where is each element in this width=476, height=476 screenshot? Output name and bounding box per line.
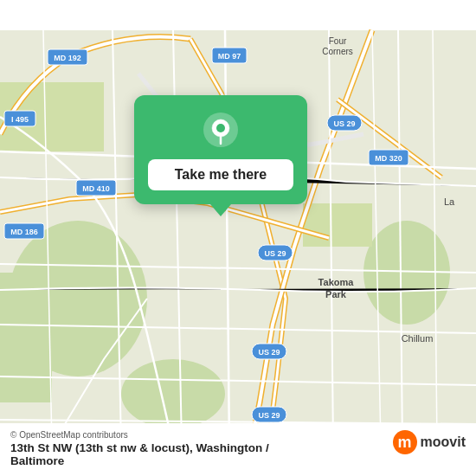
take-me-there-button[interactable]: Take me there <box>148 159 293 190</box>
address-line2: Baltimore <box>10 454 269 467</box>
map-container: MD 192 MD 97 Four Corners I 495 MD 390 U… <box>0 0 476 476</box>
svg-rect-2 <box>0 273 52 402</box>
svg-text:MD 97: MD 97 <box>218 52 241 61</box>
location-popup: Take me there <box>134 95 307 204</box>
svg-text:US 29: US 29 <box>258 348 280 357</box>
map-background: MD 192 MD 97 Four Corners I 495 MD 390 U… <box>0 0 476 476</box>
address-block: © OpenStreetMap contributors 13th St NW … <box>10 430 269 467</box>
svg-text:Corners: Corners <box>322 47 353 56</box>
svg-text:La: La <box>444 196 455 207</box>
svg-text:MD 320: MD 320 <box>375 154 402 163</box>
svg-text:US 29: US 29 <box>264 249 286 258</box>
svg-rect-6 <box>303 203 372 247</box>
svg-text:MD 186: MD 186 <box>10 228 38 236</box>
svg-text:MD 410: MD 410 <box>82 184 110 193</box>
bottom-bar: © OpenStreetMap contributors 13th St NW … <box>0 423 476 476</box>
svg-text:Chillum: Chillum <box>402 333 434 344</box>
address-line1: 13th St NW (13th st nw & locust), Washin… <box>10 441 269 454</box>
svg-text:MD 192: MD 192 <box>54 54 81 62</box>
svg-text:I 495: I 495 <box>11 115 29 124</box>
moovit-text: moovit <box>421 434 466 450</box>
location-pin-icon <box>202 111 240 149</box>
svg-text:Park: Park <box>325 289 347 299</box>
svg-text:Takoma: Takoma <box>318 277 355 287</box>
moovit-logo: m moovit <box>393 430 466 454</box>
svg-text:US 29: US 29 <box>333 119 355 128</box>
svg-point-3 <box>121 359 225 428</box>
osm-credit: © OpenStreetMap contributors <box>10 430 269 440</box>
svg-point-47 <box>216 124 225 132</box>
svg-text:US 29: US 29 <box>258 411 280 420</box>
moovit-m-icon: m <box>393 430 417 454</box>
svg-text:Four: Four <box>329 36 347 46</box>
